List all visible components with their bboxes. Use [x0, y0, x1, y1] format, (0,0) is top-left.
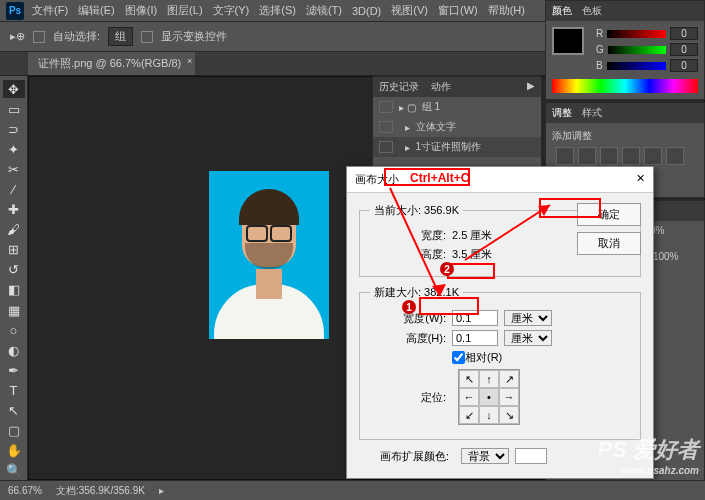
adjust-tab[interactable]: 调整: [552, 106, 572, 120]
menu-edit[interactable]: 编辑(E): [78, 3, 115, 18]
new-width-input[interactable]: [452, 310, 498, 326]
pen-tool[interactable]: ✒: [3, 361, 25, 379]
eyedropper-tool[interactable]: ⁄: [3, 180, 25, 198]
shape-tool[interactable]: ▢: [3, 422, 25, 440]
b-slider[interactable]: [607, 62, 666, 70]
auto-select-dropdown[interactable]: 组: [108, 27, 133, 46]
g-slider[interactable]: [608, 46, 666, 54]
visibility-icon[interactable]: [379, 101, 393, 113]
gradient-tool[interactable]: ▦: [3, 301, 25, 319]
relative-checkbox[interactable]: [452, 351, 465, 364]
foreground-color[interactable]: [552, 27, 584, 55]
step-badge-1: 1: [402, 300, 416, 314]
cur-height-value: 3.5 厘米: [452, 247, 492, 262]
r-input[interactable]: [670, 27, 698, 40]
path-tool[interactable]: ↖: [3, 402, 25, 420]
ps-logo: Ps: [6, 2, 24, 20]
eraser-tool[interactable]: ◧: [3, 281, 25, 299]
new-height-label: 高度(H):: [370, 331, 446, 346]
heal-tool[interactable]: ✚: [3, 201, 25, 219]
zoom-tool[interactable]: 🔍: [3, 462, 25, 480]
dialog-title: 画布大小: [355, 172, 399, 187]
adj-levels-icon[interactable]: [578, 147, 596, 165]
menu-file[interactable]: 文件(F): [32, 3, 68, 18]
marquee-tool[interactable]: ▭: [3, 100, 25, 118]
color-panel: 颜色色板 R G B: [545, 0, 705, 100]
styles-tab[interactable]: 样式: [582, 106, 602, 120]
swatch-tab[interactable]: 色板: [582, 4, 602, 18]
tab-close-icon[interactable]: ×: [187, 56, 192, 66]
action-row[interactable]: ▸ 立体文字: [373, 117, 541, 137]
new-size-label: 新建大小: 382.1K: [370, 285, 463, 300]
visibility-icon[interactable]: [379, 141, 393, 153]
history-brush-tool[interactable]: ↺: [3, 261, 25, 279]
wand-tool[interactable]: ✦: [3, 140, 25, 158]
color-spectrum[interactable]: [552, 79, 698, 93]
move-tool-icon: ▸⊕: [10, 30, 25, 43]
status-bar: 66.67% 文档:356.9K/356.9K ▸: [0, 480, 705, 500]
height-unit-dropdown[interactable]: 厘米: [504, 330, 552, 346]
hand-tool[interactable]: ✋: [3, 442, 25, 460]
width-unit-dropdown[interactable]: 厘米: [504, 310, 552, 326]
document-size: 文档:356.9K/356.9K: [56, 484, 145, 498]
play-icon[interactable]: ▶: [527, 80, 535, 94]
blur-tool[interactable]: ○: [3, 321, 25, 339]
type-tool[interactable]: T: [3, 381, 25, 399]
zoom-level[interactable]: 66.67%: [8, 485, 42, 496]
menu-layer[interactable]: 图层(L): [167, 3, 202, 18]
adj-brightness-icon[interactable]: [556, 147, 574, 165]
dodge-tool[interactable]: ◐: [3, 341, 25, 359]
actions-tab[interactable]: 动作: [431, 80, 451, 94]
extension-color-dropdown[interactable]: 背景: [461, 448, 509, 464]
watermark: PS 爱好者 www.psahz.com: [598, 435, 699, 476]
current-size-label: 当前大小: 356.9K: [370, 203, 463, 218]
adj-curves-icon[interactable]: [600, 147, 618, 165]
crop-tool[interactable]: ✂: [3, 160, 25, 178]
menu-help[interactable]: 帮助(H): [488, 3, 525, 18]
document-tab[interactable]: 证件照.png @ 66.7%(RGB/8) ×: [28, 52, 195, 75]
shortcut-annotation: Ctrl+Alt+C: [410, 171, 469, 185]
action-row[interactable]: ▸ 1寸证件照制作: [373, 137, 541, 157]
brush-tool[interactable]: 🖌: [3, 221, 25, 239]
new-height-input[interactable]: [452, 330, 498, 346]
move-tool[interactable]: ✥: [3, 80, 25, 98]
add-adjust-label: 添加调整: [552, 130, 592, 141]
menu-3d[interactable]: 3D(D): [352, 5, 381, 17]
menu-select[interactable]: 选择(S): [259, 3, 296, 18]
anchor-grid[interactable]: ↖↑↗←•→↙↓↘: [458, 369, 520, 425]
stamp-tool[interactable]: ⊞: [3, 241, 25, 259]
extension-color-swatch[interactable]: [515, 448, 547, 464]
id-photo: [209, 171, 329, 339]
g-input[interactable]: [670, 43, 698, 56]
menu-filter[interactable]: 滤镜(T): [306, 3, 342, 18]
history-tab[interactable]: 历史记录: [379, 80, 419, 94]
tools-panel: ✥ ▭ ⊃ ✦ ✂ ⁄ ✚ 🖌 ⊞ ↺ ◧ ▦ ○ ◐ ✒ T ↖ ▢ ✋ 🔍: [0, 76, 28, 480]
r-slider[interactable]: [607, 30, 666, 38]
menu-type[interactable]: 文字(Y): [213, 3, 250, 18]
fill-value[interactable]: 100%: [653, 251, 679, 265]
adj-exposure-icon[interactable]: [622, 147, 640, 165]
r-label: R: [596, 28, 603, 39]
menu-image[interactable]: 图像(I): [125, 3, 157, 18]
action-row[interactable]: ▸ ▢ 组 1: [373, 97, 541, 117]
tab-title: 证件照.png @ 66.7%(RGB/8): [38, 57, 181, 69]
menu-window[interactable]: 窗口(W): [438, 3, 478, 18]
auto-select-checkbox[interactable]: [33, 31, 45, 43]
cur-height-label: 高度:: [370, 247, 446, 262]
color-tab[interactable]: 颜色: [552, 4, 572, 18]
adj-vibrance-icon[interactable]: [644, 147, 662, 165]
ok-button[interactable]: 确定: [577, 203, 641, 226]
menu-view[interactable]: 视图(V): [391, 3, 428, 18]
transform-checkbox[interactable]: [141, 31, 153, 43]
extension-color-label: 画布扩展颜色:: [359, 449, 449, 464]
cur-width-value: 2.5 厘米: [452, 228, 492, 243]
dialog-close-icon[interactable]: ✕: [636, 172, 645, 187]
visibility-icon[interactable]: [379, 121, 393, 133]
cur-width-label: 宽度:: [370, 228, 446, 243]
lasso-tool[interactable]: ⊃: [3, 120, 25, 138]
b-input[interactable]: [670, 59, 698, 72]
canvas-size-dialog: 画布大小 ✕ 确定 取消 当前大小: 356.9K 宽度:2.5 厘米 高度:3…: [346, 166, 654, 479]
cancel-button[interactable]: 取消: [577, 232, 641, 255]
auto-select-label: 自动选择:: [53, 29, 100, 44]
adj-hue-icon[interactable]: [666, 147, 684, 165]
